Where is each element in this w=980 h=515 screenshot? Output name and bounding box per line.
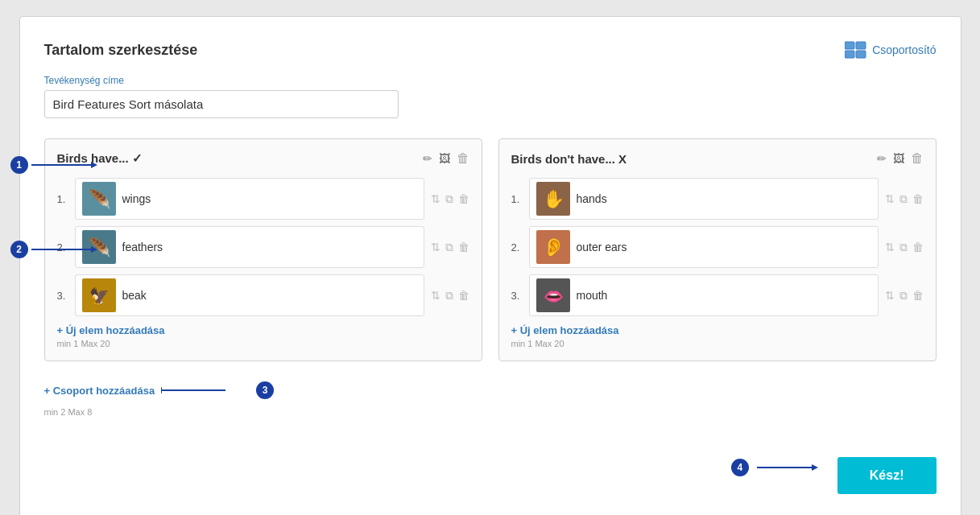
svg-rect-1 <box>845 51 854 58</box>
item-thumb: 🪶 <box>82 182 116 216</box>
svg-marker-17 <box>91 162 97 168</box>
annotation-badge-4: 4 <box>731 459 749 476</box>
item-actions: ⇅ ⧉ 🗑 <box>885 192 924 206</box>
sort-icon[interactable]: ⇅ <box>431 241 440 253</box>
delete-icon[interactable]: 🗑 <box>912 192 924 205</box>
sort-icon[interactable]: ⇅ <box>885 192 895 205</box>
list-item: 1. ✋ hands ⇅ ⧉ 🗑 <box>511 178 924 220</box>
sort-icon[interactable]: ⇅ <box>885 241 895 253</box>
grouping-label: Csoportosító <box>872 43 936 56</box>
column-1-header-icons: ✏ 🖼 <box>423 152 450 165</box>
edit-icon-col2[interactable]: ✏ <box>877 152 887 165</box>
item-label: mouth <box>577 289 871 302</box>
item-box: 👂 outer ears <box>529 226 879 268</box>
add-item-label-col2: + Új elem hozzáadása <box>511 324 619 336</box>
delete-icon[interactable]: 🗑 <box>912 241 924 253</box>
activity-title-label: Tevékenység címe <box>44 75 937 86</box>
column-1-title: Birds have... ✓ <box>57 151 416 166</box>
list-item: 2. 👂 outer ears ⇅ ⧉ 🗑 <box>511 226 924 268</box>
item-actions: ⇅ ⧉ 🗑 <box>885 241 924 254</box>
svg-rect-2 <box>856 42 866 49</box>
main-container: Tartalom szerkesztése Csoportosító Tevék… <box>19 16 961 515</box>
annotation-badge-1: 1 <box>10 156 28 174</box>
annotation-badge-2: 2 <box>10 241 28 258</box>
columns-row: Birds have... ✓ ✏ 🖼 🗑 1. 🪶 wings ⇅ <box>44 138 937 361</box>
sort-icon[interactable]: ⇅ <box>431 192 440 205</box>
image-icon-col2[interactable]: 🖼 <box>893 152 904 165</box>
arrow-4 <box>757 461 821 474</box>
list-item: 1. 🪶 wings ⇅ ⧉ 🗑 <box>57 178 469 220</box>
add-group-label: + Csoport hozzáadása <box>44 385 155 397</box>
delete-col2-button[interactable]: 🗑 <box>911 151 924 166</box>
item-actions: ⇅ ⧉ 🗑 <box>431 241 469 254</box>
arrow-1 <box>31 159 100 171</box>
svg-rect-3 <box>856 51 866 58</box>
svg-marker-21 <box>161 387 162 393</box>
item-label: hands <box>577 192 871 205</box>
item-label: outer ears <box>577 241 871 253</box>
delete-icon[interactable]: 🗑 <box>458 192 469 205</box>
activity-title-input[interactable] <box>44 90 399 118</box>
copy-icon[interactable]: ⧉ <box>899 241 908 254</box>
svg-text:🦅: 🦅 <box>89 286 109 306</box>
item-box: 🪶 feathers <box>75 226 424 268</box>
list-item: 3. 🦅 beak ⇅ ⧉ 🗑 <box>57 274 469 316</box>
item-thumb: ✋ <box>536 182 570 216</box>
item-label: wings <box>122 192 417 205</box>
item-box: 🦅 beak <box>75 274 424 316</box>
item-actions: ⇅ ⧉ 🗑 <box>431 289 469 303</box>
copy-icon[interactable]: ⧉ <box>899 192 908 206</box>
item-number: 3. <box>57 290 75 302</box>
copy-icon[interactable]: ⧉ <box>445 289 453 303</box>
copy-icon[interactable]: ⧉ <box>445 192 453 206</box>
add-item-label-col1: + Új elem hozzáadása <box>57 324 165 336</box>
item-actions: ⇅ ⧉ 🗑 <box>885 289 924 303</box>
item-box: ✋ hands <box>529 178 879 220</box>
add-item-button-col1[interactable]: + Új elem hozzáadása <box>57 324 469 336</box>
item-thumb: 🦅 <box>82 278 116 312</box>
svg-rect-0 <box>845 42 854 49</box>
grouping-button[interactable]: Csoportosító <box>845 41 936 59</box>
delete-icon[interactable]: 🗑 <box>458 241 469 253</box>
item-number: 1. <box>511 193 529 205</box>
svg-marker-19 <box>91 246 97 253</box>
delete-col1-button[interactable]: 🗑 <box>457 151 469 166</box>
add-group-min-max: min 2 Max 8 <box>44 407 937 417</box>
activity-title-field: Tevékenység címe <box>44 75 937 138</box>
page-title: Tartalom szerkesztése <box>44 42 198 59</box>
column-1-header: Birds have... ✓ ✏ 🖼 🗑 <box>57 151 469 166</box>
item-label: beak <box>122 289 417 302</box>
item-box: 👄 mouth <box>529 274 879 316</box>
item-thumb: 👂 <box>536 230 570 264</box>
add-group-button[interactable]: + Csoport hozzáadása <box>44 385 155 397</box>
sort-icon[interactable]: ⇅ <box>431 289 440 302</box>
svg-marker-23 <box>812 464 818 471</box>
edit-icon-col1[interactable]: ✏ <box>423 152 432 165</box>
add-item-button-col2[interactable]: + Új elem hozzáadása <box>511 324 924 336</box>
delete-icon[interactable]: 🗑 <box>458 289 469 302</box>
list-item: 3. 👄 mouth ⇅ ⧉ 🗑 <box>511 274 924 316</box>
column-2-header: Birds don't have... X ✏ 🖼 🗑 <box>511 151 924 166</box>
arrow-2 <box>31 243 100 256</box>
svg-text:👂: 👂 <box>542 237 564 258</box>
delete-icon[interactable]: 🗑 <box>912 289 924 302</box>
done-button[interactable]: Kész! <box>837 457 937 494</box>
item-number: 1. <box>57 193 75 205</box>
item-box: 🪶 wings <box>75 178 424 220</box>
header-row: Tartalom szerkesztése Csoportosító <box>44 41 937 59</box>
item-thumb: 👄 <box>536 278 570 312</box>
item-number: 2. <box>511 241 529 253</box>
item-number: 3. <box>511 290 529 302</box>
list-item: 2. 🪶 feathers ⇅ ⧉ 🗑 <box>57 226 469 268</box>
column-2-header-icons: ✏ 🖼 <box>877 152 904 165</box>
sort-icon[interactable]: ⇅ <box>885 289 895 302</box>
image-icon-col1[interactable]: 🖼 <box>439 152 450 165</box>
copy-icon[interactable]: ⧉ <box>899 289 908 303</box>
grouping-icon <box>845 41 867 59</box>
svg-text:✋: ✋ <box>542 188 564 210</box>
column-2: Birds don't have... X ✏ 🖼 🗑 1. ✋ hands ⇅ <box>498 138 937 361</box>
svg-text:🪶: 🪶 <box>88 188 110 210</box>
copy-icon[interactable]: ⧉ <box>445 241 453 254</box>
arrow-3 <box>161 384 250 397</box>
annotation-badge-3: 3 <box>256 381 274 399</box>
